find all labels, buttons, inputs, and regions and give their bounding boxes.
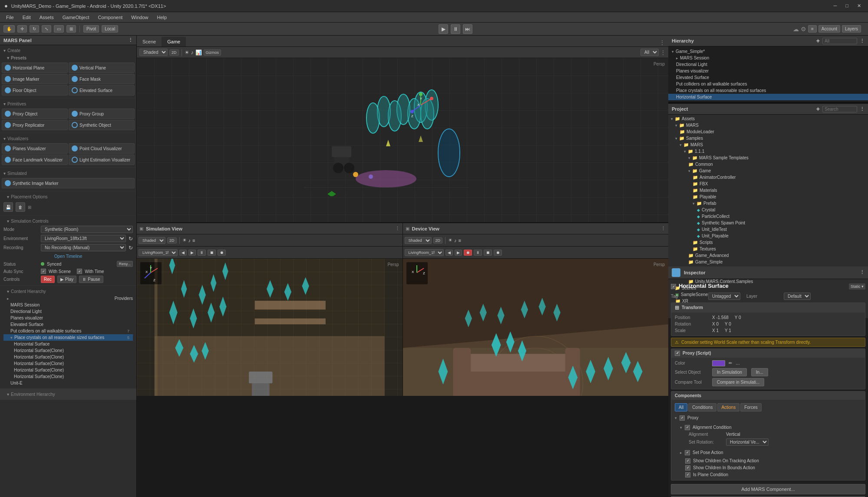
proj-game[interactable]: ▾ 📁 Game bbox=[668, 168, 868, 174]
synthetic-object-btn[interactable]: Synthetic Object bbox=[69, 120, 135, 130]
rec-btn[interactable]: Rec bbox=[41, 276, 55, 283]
set-rotation-dropdown[interactable]: Horizontal Ve... bbox=[726, 438, 769, 446]
hier-clone-1[interactable]: Horizontal Surface(Clone) bbox=[3, 347, 133, 354]
placement-delete-btn[interactable]: 🗑 bbox=[16, 202, 25, 212]
sim-record-btn[interactable]: ⏺ bbox=[218, 250, 226, 256]
stats-toggle[interactable]: 📊 bbox=[195, 49, 202, 56]
menu-file[interactable]: File bbox=[3, 14, 17, 21]
dev-view-menu[interactable]: ⋮ bbox=[661, 226, 666, 231]
hier-clone-3[interactable]: Horizontal Surface(Clone) bbox=[3, 360, 133, 367]
audio-toggle[interactable]: ♪ bbox=[191, 49, 194, 56]
hierarchy-add-btn[interactable]: + bbox=[816, 37, 820, 44]
scene-tab[interactable]: Scene bbox=[137, 37, 162, 46]
light-toggle[interactable]: ☀ bbox=[185, 49, 189, 56]
env-hierarchy-label[interactable]: Environment Hierarchy bbox=[3, 391, 133, 398]
hier-clone-5[interactable]: Horizontal Surface(Clone) bbox=[3, 373, 133, 380]
all-dropdown[interactable]: All bbox=[640, 49, 659, 56]
scale-tool[interactable]: ⤡ bbox=[42, 25, 51, 33]
collab-btn[interactable]: ≡ bbox=[808, 25, 817, 33]
hier-place-crystals[interactable]: ▾ Place crystals on all reasonable sized… bbox=[3, 334, 133, 341]
dev-stop-btn[interactable]: ⏹ bbox=[484, 250, 492, 256]
add-mars-component-btn[interactable]: Add MARS Component... bbox=[671, 484, 865, 494]
hier-horizontal-surface[interactable]: Horizontal Surface bbox=[3, 341, 133, 347]
floor-object-btn[interactable]: Floor Object bbox=[2, 85, 68, 95]
sim-pause-btn[interactable]: ⏸ bbox=[198, 250, 206, 256]
h-elevated-surface[interactable]: Elevated Surface bbox=[668, 74, 868, 81]
h-horizontal-surface[interactable]: Horizontal Surface bbox=[668, 94, 868, 100]
visualizers-label[interactable]: Visualizers bbox=[0, 135, 136, 142]
content-hierarchy-label[interactable]: Content Hierarchy bbox=[3, 288, 133, 295]
in-simulation-btn[interactable]: In Simulation bbox=[712, 368, 747, 376]
pause-control-btn[interactable]: ⏸ Pause bbox=[79, 276, 103, 283]
simulation-controls-label[interactable]: Simulation Controls bbox=[3, 217, 133, 225]
proj-prefab[interactable]: ▾ 📁 Prefab bbox=[668, 200, 868, 207]
hier-elevated-surface[interactable]: Elevated Surface bbox=[3, 321, 133, 328]
face-landmark-btn[interactable]: Face Landmark Visualizer bbox=[2, 155, 68, 165]
color-edit-icon[interactable]: ✏ bbox=[729, 361, 732, 365]
proj-synthetic-spawn[interactable]: ◆ Synthetic Spawn Point bbox=[668, 220, 868, 226]
proj-mars[interactable]: ▾ 📁 MARS bbox=[668, 122, 868, 128]
proj-materials[interactable]: 📁 Materials bbox=[668, 187, 868, 194]
planes-visualizer-btn[interactable]: Planes Visualizer bbox=[2, 143, 68, 154]
menu-gameobject[interactable]: GameObject bbox=[59, 14, 93, 21]
in-scene-btn[interactable]: In... bbox=[751, 368, 768, 376]
scene-viewport[interactable]: X Y Z bbox=[137, 58, 668, 222]
simulated-label[interactable]: Simulated bbox=[0, 170, 136, 177]
scene-menu-icon[interactable]: ⋮ bbox=[660, 49, 666, 56]
with-time-check[interactable] bbox=[77, 269, 82, 274]
menu-component[interactable]: Component bbox=[94, 14, 126, 21]
alignment-condition-row[interactable]: ▾ Alignment Condition bbox=[680, 424, 861, 431]
proxy-row[interactable]: ▾ Proxy bbox=[675, 415, 861, 421]
pause-btn[interactable]: ⏸ bbox=[451, 24, 460, 34]
rect-tool[interactable]: ▭ bbox=[54, 25, 64, 33]
proj-samples[interactable]: ▾ 📁 Samples bbox=[668, 135, 868, 142]
proj-unit-playable[interactable]: ◆ Unit_Playable bbox=[668, 233, 868, 239]
minimize-btn[interactable]: ─ bbox=[831, 3, 840, 9]
h-game-simple[interactable]: ▾ Game_Simple* bbox=[668, 48, 868, 55]
inspector-menu[interactable]: ⋮ bbox=[860, 270, 865, 275]
proj-common[interactable]: 📁 Common bbox=[668, 161, 868, 168]
proj-animctrl[interactable]: 📁 AnimatorController bbox=[668, 174, 868, 181]
hierarchy-search[interactable] bbox=[822, 38, 857, 44]
obj-active-check[interactable] bbox=[671, 284, 676, 289]
menu-window[interactable]: Window bbox=[128, 14, 152, 21]
menu-help[interactable]: Help bbox=[153, 14, 170, 21]
local-btn[interactable]: Local bbox=[102, 25, 118, 33]
hier-providers[interactable]: ▸ Providers bbox=[3, 295, 133, 302]
placement-save-btn[interactable]: 💾 bbox=[3, 202, 13, 212]
environment-dropdown[interactable]: LivingRoom_18ftx13ft bbox=[41, 235, 126, 242]
tab-conditions[interactable]: Conditions bbox=[688, 403, 716, 411]
hier-directional-light[interactable]: Directional Light bbox=[3, 308, 133, 315]
menu-assets[interactable]: Assets bbox=[36, 14, 57, 21]
maximize-btn[interactable]: □ bbox=[843, 3, 851, 9]
elevated-surface-btn[interactable]: Elevated Surface bbox=[69, 85, 135, 95]
proj-moduleloader[interactable]: 📁 ModuleLoader bbox=[668, 128, 868, 135]
proj-fbx[interactable]: 📁 FBX bbox=[668, 181, 868, 187]
color-swatch[interactable] bbox=[712, 360, 725, 366]
pivot-btn[interactable]: Pivot bbox=[83, 25, 99, 33]
dev-stats-icon[interactable]: ≡ bbox=[459, 238, 461, 243]
sim-audio-icon[interactable]: ♪ bbox=[188, 238, 191, 243]
hier-clone-2[interactable]: Horizontal Surface(Clone) bbox=[3, 354, 133, 360]
hand-tool[interactable]: ✋ bbox=[3, 25, 15, 33]
dev-viewport[interactable]: Persp X Z bbox=[403, 259, 669, 396]
dev-env-select[interactable]: LivingRoom_1ft bbox=[405, 249, 444, 256]
dev-record-btn[interactable]: ⏺ bbox=[494, 250, 502, 256]
h-put-colliders[interactable]: Put colliders on all walkable surfaces bbox=[668, 81, 868, 87]
sim-light-icon[interactable]: ☀ bbox=[182, 237, 187, 243]
vertical-plane-btn[interactable]: Vertical Plane bbox=[69, 63, 135, 73]
resync-btn[interactable]: Resy... bbox=[117, 261, 133, 267]
project-menu[interactable]: ⋮ bbox=[860, 106, 865, 112]
account-btn[interactable]: Account bbox=[818, 25, 840, 33]
mode-dropdown[interactable]: Synthetic (Room) bbox=[41, 226, 133, 233]
synthetic-image-marker-btn[interactable]: Synthetic Image Marker bbox=[2, 178, 135, 188]
dev-prev-btn[interactable]: ◀ bbox=[446, 250, 453, 256]
proj-mars-sample[interactable]: ▾ 📁 MARS Sample Templates bbox=[668, 155, 868, 161]
game-tab[interactable]: Game bbox=[162, 37, 186, 46]
shading-dropdown[interactable]: Shaded bbox=[139, 49, 168, 56]
proj-unit-idle[interactable]: ◆ Unit_IdleTest bbox=[668, 226, 868, 233]
h-place-crystals[interactable]: Place crystals on all reasonable sized s… bbox=[668, 87, 868, 94]
project-search[interactable] bbox=[822, 106, 857, 112]
proxy-sub-check[interactable] bbox=[680, 415, 685, 421]
hierarchy-menu[interactable]: ⋮ bbox=[860, 38, 865, 44]
